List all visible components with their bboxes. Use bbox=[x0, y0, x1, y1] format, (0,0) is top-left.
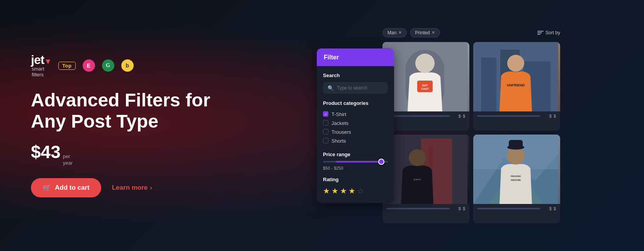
search-icon: 🔍 bbox=[328, 85, 334, 91]
svg-text:UNFRIEND: UNFRIEND bbox=[507, 83, 525, 87]
category-trousers[interactable]: Trousers bbox=[323, 127, 388, 136]
g-badge: G bbox=[102, 59, 114, 72]
star-3[interactable]: ★ bbox=[340, 186, 347, 195]
price-section: Price range $50 - $250 bbox=[323, 151, 388, 170]
search-label: Search bbox=[323, 72, 388, 78]
product-bar-1 bbox=[386, 115, 450, 117]
price-row: $43 per year bbox=[31, 142, 286, 167]
right-section: Filter Search 🔍 Type to search Product c… bbox=[317, 0, 644, 251]
search-placeholder: Type to search bbox=[337, 85, 367, 91]
price-slider-track[interactable] bbox=[323, 161, 388, 162]
top-badge: Top bbox=[58, 62, 75, 70]
product-image-1: OUT CAST bbox=[382, 42, 469, 111]
tag-printed[interactable]: Printed ✕ bbox=[410, 28, 440, 37]
elementor-badge: E bbox=[83, 59, 95, 72]
logo-subtitle: smart filters bbox=[32, 66, 51, 78]
svg-rect-26 bbox=[509, 140, 523, 148]
category-tshirt-label: T-Shirt bbox=[331, 111, 346, 117]
product-bar-3 bbox=[386, 208, 450, 209]
star-5[interactable]: ☆ bbox=[357, 186, 364, 195]
sort-button[interactable]: Sort by bbox=[537, 30, 560, 35]
category-jackets[interactable]: Jackets bbox=[323, 118, 388, 127]
price-slider-fill bbox=[336, 161, 382, 162]
price-label: Price range bbox=[323, 151, 388, 157]
rating-label: Rating bbox=[323, 176, 388, 182]
sort-label: Sort by bbox=[545, 30, 560, 35]
price-range-label: $50 - $250 bbox=[323, 165, 388, 170]
cta-row: 🛒 Add to cart Learn more › bbox=[31, 178, 286, 197]
product-footer-3: $ $ bbox=[382, 204, 469, 213]
product-price-3: $ $ bbox=[459, 206, 466, 211]
star-2[interactable]: ★ bbox=[331, 186, 338, 195]
svg-text:graphic: graphic bbox=[413, 178, 421, 180]
add-to-cart-button[interactable]: 🛒 Add to cart bbox=[31, 178, 101, 197]
learn-more-link[interactable]: Learn more › bbox=[112, 184, 152, 192]
product-price-2: $ $ bbox=[549, 114, 556, 118]
checkbox-trousers[interactable] bbox=[323, 129, 328, 135]
tag-printed-close[interactable]: ✕ bbox=[432, 30, 435, 35]
category-jackets-label: Jackets bbox=[331, 120, 348, 126]
svg-text:FREAKING: FREAKING bbox=[511, 175, 521, 177]
category-trousers-label: Trousers bbox=[331, 129, 351, 135]
hero-title: Advanced Filters for Any Post Type bbox=[31, 89, 286, 132]
sort-line-3 bbox=[537, 34, 540, 35]
checkbox-jackets[interactable] bbox=[323, 120, 328, 126]
price-period: per year bbox=[63, 153, 73, 167]
checkbox-tshirt[interactable]: ✓ bbox=[323, 111, 328, 117]
tag-man-label: Man bbox=[387, 30, 396, 35]
sort-line-1 bbox=[537, 31, 544, 32]
filter-body: Search 🔍 Type to search Product categori… bbox=[317, 66, 394, 203]
category-shorts[interactable]: Shorts bbox=[323, 136, 388, 145]
price-slider-thumb[interactable] bbox=[378, 158, 384, 165]
stars-row[interactable]: ★ ★ ★ ★ ☆ bbox=[323, 186, 388, 195]
add-to-cart-label: Add to cart bbox=[55, 184, 90, 192]
category-shorts-label: Shorts bbox=[331, 138, 346, 143]
price-amount: $43 bbox=[31, 142, 61, 162]
categories-label: Product categories bbox=[323, 100, 388, 106]
tag-man-close[interactable]: ✕ bbox=[398, 30, 402, 35]
product-image-4: FREAKING AWESOME bbox=[473, 135, 560, 204]
product-bar-2 bbox=[477, 115, 540, 117]
left-section: jet▼ smart filters Top E G b Advanced Fi… bbox=[0, 30, 317, 221]
product-image-2: UNFRIEND bbox=[473, 42, 560, 111]
svg-text:AWESOME: AWESOME bbox=[511, 179, 521, 181]
categories-section: Product categories ✓ T-Shirt Jackets Tro… bbox=[323, 100, 388, 145]
svg-point-11 bbox=[507, 55, 524, 72]
chevron-right-icon: › bbox=[150, 184, 152, 191]
logo-text: jet▼ bbox=[31, 53, 51, 67]
product-price-4: $ $ bbox=[549, 206, 556, 211]
product-card-4[interactable]: FREAKING AWESOME $ $ bbox=[473, 135, 560, 223]
product-bar-4 bbox=[477, 208, 540, 209]
check-icon: ✓ bbox=[324, 112, 327, 116]
svg-point-2 bbox=[415, 54, 435, 73]
rating-section: Rating ★ ★ ★ ★ ☆ bbox=[323, 176, 388, 195]
jet-logo: jet▼ smart filters bbox=[31, 54, 51, 78]
learn-more-label: Learn more bbox=[112, 184, 148, 192]
filter-panel: Filter Search 🔍 Type to search Product c… bbox=[317, 48, 394, 203]
product-card-2[interactable]: UNFRIEND $ $ bbox=[473, 42, 560, 131]
sort-line-2 bbox=[537, 32, 542, 33]
product-card-3[interactable]: graphic $ $ bbox=[382, 135, 469, 223]
logo-arrow: ▼ bbox=[44, 57, 51, 65]
category-tshirt[interactable]: ✓ T-Shirt bbox=[323, 109, 388, 118]
products-area: Man ✕ Printed ✕ Sort by bbox=[382, 28, 560, 223]
tag-man[interactable]: Man ✕ bbox=[382, 28, 407, 37]
tag-printed-label: Printed bbox=[415, 30, 430, 35]
svg-text:CAST: CAST bbox=[421, 88, 429, 90]
product-grid: OUT CAST $ $ bbox=[382, 42, 560, 223]
star-4[interactable]: ★ bbox=[348, 186, 355, 195]
search-box[interactable]: 🔍 Type to search bbox=[323, 82, 388, 94]
product-footer-4: $ $ bbox=[473, 204, 560, 213]
svg-text:OUT: OUT bbox=[422, 84, 428, 87]
svg-rect-8 bbox=[481, 57, 496, 111]
product-footer-1: $ $ bbox=[382, 111, 469, 121]
product-price-1: $ $ bbox=[459, 114, 466, 118]
checkbox-shorts[interactable] bbox=[323, 138, 328, 143]
product-card-1[interactable]: OUT CAST $ $ bbox=[382, 42, 469, 131]
svg-point-16 bbox=[409, 149, 426, 166]
filter-header: Filter bbox=[317, 48, 394, 66]
logo-row: jet▼ smart filters Top E G b bbox=[31, 54, 286, 78]
star-1[interactable]: ★ bbox=[323, 186, 330, 195]
product-image-3: graphic bbox=[382, 135, 469, 204]
cart-icon: 🛒 bbox=[42, 184, 51, 192]
